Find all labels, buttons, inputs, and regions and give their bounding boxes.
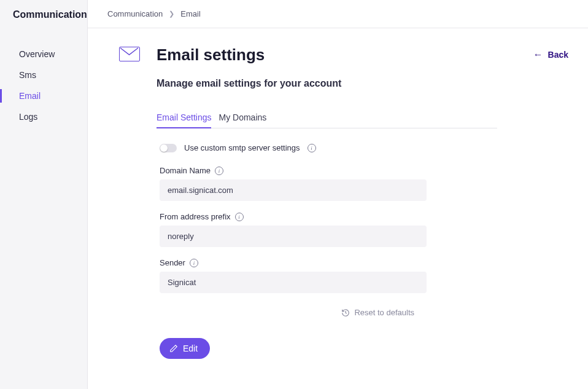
sidebar-item-email[interactable]: Email	[0, 85, 87, 106]
back-button[interactable]: ← Back	[533, 45, 568, 60]
history-icon	[341, 308, 350, 317]
sender-input[interactable]	[160, 272, 427, 293]
sidebar: Communication Overview Sms Email Logs	[0, 0, 88, 389]
reset-label: Reset to defaults	[354, 308, 414, 317]
page-subtitle: Manage email settings for your account	[157, 78, 533, 89]
smtp-toggle-label: Use custom smtp server settings	[184, 143, 300, 152]
domain-label: Domain Name	[160, 166, 211, 175]
reset-defaults-button[interactable]: Reset to defaults	[341, 308, 414, 317]
edit-button[interactable]: Edit	[160, 338, 210, 359]
app-title: Communication	[0, 0, 87, 29]
from-label: From address prefix	[160, 212, 231, 221]
breadcrumb: Communication ❯ Email	[88, 0, 588, 28]
arrow-left-icon: ←	[533, 49, 543, 60]
pencil-icon	[169, 344, 178, 353]
breadcrumb-root[interactable]: Communication	[107, 9, 163, 18]
page-title: Email settings	[157, 45, 533, 65]
sender-label: Sender	[160, 258, 185, 267]
sidebar-item-sms[interactable]: Sms	[0, 65, 87, 85]
main: Communication ❯ Email Email settings Man…	[88, 0, 588, 389]
content: Email settings Manage email settings for…	[88, 28, 588, 389]
tab-email-settings[interactable]: Email Settings	[157, 108, 211, 128]
tabs: Email Settings My Domains	[157, 108, 497, 128]
sidebar-item-logs[interactable]: Logs	[0, 106, 87, 127]
from-input[interactable]	[160, 226, 427, 247]
domain-input[interactable]	[160, 179, 427, 201]
back-label: Back	[548, 50, 568, 60]
tab-my-domains[interactable]: My Domains	[219, 108, 266, 128]
chevron-right-icon: ❯	[169, 10, 174, 18]
info-icon[interactable]: i	[308, 144, 316, 152]
info-icon[interactable]: i	[215, 167, 223, 175]
edit-label: Edit	[183, 344, 198, 353]
info-icon[interactable]: i	[190, 259, 198, 267]
info-icon[interactable]: i	[235, 213, 244, 221]
mail-icon	[119, 47, 140, 61]
smtp-toggle[interactable]	[160, 144, 177, 152]
sidebar-item-overview[interactable]: Overview	[0, 44, 87, 65]
sidebar-nav: Overview Sms Email Logs	[0, 29, 87, 127]
breadcrumb-leaf: Email	[180, 9, 201, 18]
